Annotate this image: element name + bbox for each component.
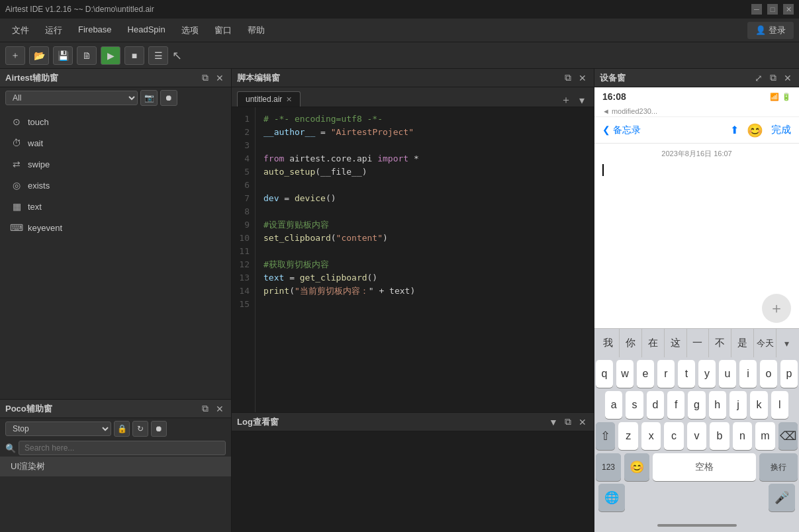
kb-j[interactable]: j — [729, 391, 747, 419]
minimize-button[interactable]: ─ — [751, 4, 762, 15]
device-close-button[interactable]: ✕ — [782, 72, 794, 84]
poco-restore-button[interactable]: ⧉ — [199, 403, 211, 415]
kb-b[interactable]: b — [710, 422, 729, 450]
airtest-item-wait[interactable]: ⏱ wait — [0, 132, 231, 154]
kb-y[interactable]: y — [698, 360, 716, 388]
word-一[interactable]: 一 — [687, 329, 710, 357]
new-button[interactable]: ＋ — [5, 46, 25, 65]
kb-s[interactable]: s — [626, 391, 643, 419]
kb-globe[interactable]: 🌐 — [598, 484, 625, 511]
poco-lock-btn[interactable]: 🔒 — [114, 421, 130, 437]
kb-v[interactable]: v — [687, 422, 706, 450]
poco-close-button[interactable]: ✕ — [214, 403, 226, 415]
airtest-item-exists[interactable]: ◎ exists — [0, 175, 231, 196]
kb-a[interactable]: a — [605, 391, 622, 419]
kb-p[interactable]: p — [780, 360, 798, 388]
device-expand-btn[interactable]: ⤢ — [753, 72, 765, 84]
poco-ui-tree-item[interactable]: UI渲染树 — [0, 457, 231, 476]
kb-mic[interactable]: 🎤 — [769, 484, 795, 511]
code-content[interactable]: # -*- encoding=utf8 -*- __author__ = "Ai… — [256, 107, 594, 412]
kb-n[interactable]: n — [733, 422, 752, 450]
poco-refresh-btn[interactable]: ↻ — [132, 421, 148, 437]
kb-d[interactable]: d — [647, 391, 664, 419]
phone-share-icon[interactable]: ⬆ — [730, 124, 739, 136]
menu-help[interactable]: 帮助 — [241, 22, 271, 39]
phone-more-icon[interactable]: 😊 — [747, 122, 763, 138]
kb-g[interactable]: g — [688, 391, 705, 419]
kb-numbers[interactable]: 123 — [596, 453, 621, 481]
word-在[interactable]: 在 — [642, 329, 665, 357]
kb-t[interactable]: t — [678, 360, 695, 388]
word-你[interactable]: 你 — [620, 329, 642, 357]
kb-k[interactable]: k — [750, 391, 767, 419]
poco-search-input[interactable] — [19, 441, 226, 455]
menu-run[interactable]: 运行 — [38, 22, 69, 39]
exists-icon: ◎ — [11, 179, 23, 191]
close-button[interactable]: ✕ — [783, 4, 794, 15]
maximize-button[interactable]: □ — [767, 4, 778, 15]
kb-q[interactable]: q — [596, 360, 613, 388]
kb-space[interactable]: 空格 — [653, 453, 756, 481]
kb-u[interactable]: u — [719, 360, 736, 388]
kb-x[interactable]: x — [641, 422, 661, 450]
word-这[interactable]: 这 — [665, 329, 687, 357]
airtest-screenshot-btn[interactable]: 📷 — [140, 90, 158, 106]
word-row-arrow[interactable]: ▾ — [776, 338, 796, 349]
stop-button[interactable]: ■ — [124, 46, 144, 65]
editor-restore-button[interactable]: ⧉ — [562, 72, 574, 84]
kb-w[interactable]: w — [616, 360, 634, 388]
tab-untitled[interactable]: untitled.air ✕ — [237, 91, 301, 107]
airtest-item-keyevent[interactable]: ⌨ keyevent — [0, 217, 231, 238]
kb-emoji[interactable]: 😊 — [624, 453, 649, 481]
kb-delete[interactable]: ⌫ — [778, 422, 798, 450]
word-我[interactable]: 我 — [597, 329, 620, 357]
save-button[interactable]: 💾 — [53, 46, 73, 65]
kb-z[interactable]: z — [618, 422, 637, 450]
poco-mode-select[interactable]: Stop — [5, 421, 111, 436]
phone-content[interactable]: 2023年8月16日 16:07 — [594, 144, 799, 288]
tab-add-button[interactable]: ＋ — [559, 93, 573, 107]
menu-file[interactable]: 文件 — [5, 22, 36, 39]
airtest-item-touch[interactable]: ⊙ touch — [0, 111, 231, 132]
phone-nav-back[interactable]: ❮ 备忘录 — [602, 124, 641, 136]
airtest-filter-select[interactable]: All — [5, 91, 138, 105]
login-button[interactable]: 👤 登录 — [747, 22, 794, 39]
menu-firebase[interactable]: Firebase — [71, 22, 118, 39]
kb-f[interactable]: f — [667, 391, 684, 419]
kb-c[interactable]: c — [664, 422, 683, 450]
phone-fab-button[interactable]: ＋ — [762, 294, 791, 323]
log-filter-btn[interactable]: ▼ — [547, 416, 559, 428]
word-不[interactable]: 不 — [709, 329, 731, 357]
menu-window[interactable]: 窗口 — [208, 22, 238, 39]
editor-close-button[interactable]: ✕ — [577, 72, 588, 84]
kb-o[interactable]: o — [760, 360, 777, 388]
kb-shift[interactable]: ⇧ — [596, 422, 615, 450]
poco-capture-btn[interactable]: ⏺ — [151, 421, 167, 437]
kb-h[interactable]: h — [709, 391, 726, 419]
phone-done-button[interactable]: 完成 — [771, 124, 791, 136]
kb-i[interactable]: i — [739, 360, 757, 388]
record-button[interactable]: ☰ — [148, 46, 168, 65]
save-as-button[interactable]: 🗎 — [77, 46, 97, 65]
kb-l[interactable]: l — [771, 391, 788, 419]
word-是[interactable]: 是 — [731, 329, 754, 357]
kb-e[interactable]: e — [637, 360, 654, 388]
kb-r[interactable]: r — [657, 360, 675, 388]
log-close-button[interactable]: ✕ — [577, 416, 588, 428]
airtest-item-text[interactable]: ▦ text — [0, 196, 231, 217]
menu-options[interactable]: 选项 — [175, 22, 205, 39]
airtest-close-button[interactable]: ✕ — [214, 72, 226, 84]
tab-close-button[interactable]: ✕ — [286, 95, 292, 104]
log-restore-button[interactable]: ⧉ — [562, 416, 574, 428]
play-button[interactable]: ▶ — [101, 46, 120, 65]
kb-m[interactable]: m — [755, 422, 775, 450]
menu-headspin[interactable]: HeadSpin — [121, 22, 172, 39]
kb-return[interactable]: 换行 — [759, 453, 798, 481]
device-restore-button[interactable]: ⧉ — [767, 72, 779, 84]
tab-menu-button[interactable]: ▾ — [575, 93, 588, 107]
word-今天[interactable]: 今天 — [754, 329, 776, 357]
open-button[interactable]: 📂 — [29, 46, 49, 65]
airtest-record-btn[interactable]: ⏺ — [160, 90, 177, 106]
airtest-restore-button[interactable]: ⧉ — [199, 72, 211, 84]
airtest-item-swipe[interactable]: ⇄ swipe — [0, 154, 231, 175]
